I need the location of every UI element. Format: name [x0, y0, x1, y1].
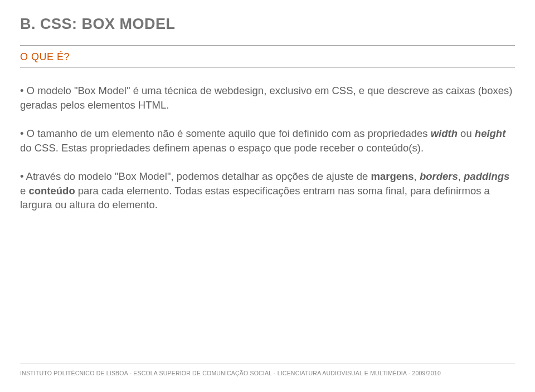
p3-b: para cada elemento. Todas estas especifi… — [20, 185, 490, 211]
p2-width: width — [431, 128, 458, 139]
p3-sep1: , — [414, 170, 420, 182]
p3-sep2: , — [458, 170, 464, 182]
p3-a: • Através do modelo "Box Model", podemos… — [20, 170, 371, 182]
divider-top — [20, 45, 515, 46]
divider-sub — [20, 67, 515, 68]
p2-height: height — [475, 128, 506, 139]
p2-b: ou — [458, 128, 475, 139]
paragraph-3: • Através do modelo "Box Model", podemos… — [20, 169, 515, 212]
p3-sep3: e — [20, 185, 28, 197]
footer-text: INSTITUTO POLITÉCNICO DE LISBOA - ESCOLA… — [20, 370, 441, 376]
p2-a: • O tamanho de um elemento não é somente… — [20, 128, 431, 139]
page-title: B. CSS: BOX MODEL — [20, 16, 515, 33]
p2-c: do CSS. Estas propriedades definem apena… — [20, 142, 424, 154]
divider-footer — [20, 364, 515, 364]
paragraph-2: • O tamanho de um elemento não é somente… — [20, 126, 515, 155]
section-subtitle: O QUE É? — [20, 51, 515, 63]
paragraph-1: • O modelo "Box Model" é uma técnica de … — [20, 84, 515, 112]
paragraph-1-text: • O modelo "Box Model" é uma técnica de … — [20, 85, 512, 111]
p3-borders: borders — [420, 170, 458, 182]
p3-conteudo: conteúdo — [28, 185, 75, 197]
p3-paddings: paddings — [464, 170, 509, 182]
p3-margens: margens — [371, 170, 414, 182]
